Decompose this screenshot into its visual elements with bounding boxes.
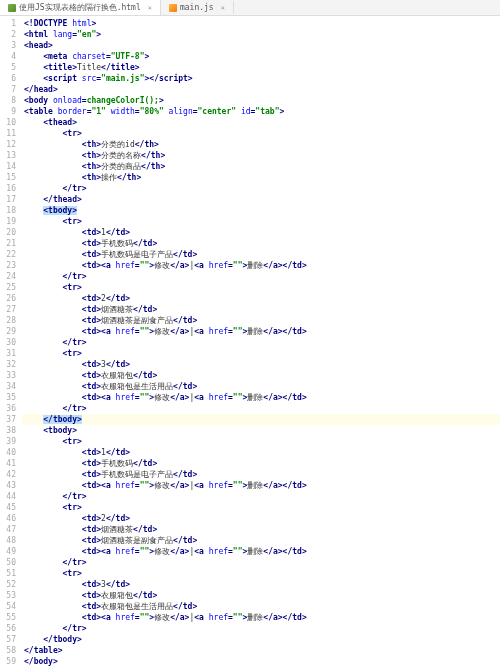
code-line[interactable]: </tr> xyxy=(22,403,500,414)
code-line[interactable]: <td>3</td> xyxy=(22,579,500,590)
line-number: 18 xyxy=(2,205,16,216)
line-number: 58 xyxy=(2,645,16,656)
code-line[interactable]: </table> xyxy=(22,645,500,656)
code-line[interactable]: <title>Title</title> xyxy=(22,62,500,73)
line-number: 3 xyxy=(2,40,16,51)
line-number: 55 xyxy=(2,612,16,623)
code-area[interactable]: <!DOCTYPE html><html lang="en"><head> <m… xyxy=(22,16,500,666)
code-line[interactable]: <!DOCTYPE html> xyxy=(22,18,500,29)
code-line[interactable]: <td>手机数码</td> xyxy=(22,238,500,249)
code-line[interactable]: <tr> xyxy=(22,502,500,513)
code-line[interactable]: </tr> xyxy=(22,337,500,348)
line-number: 13 xyxy=(2,150,16,161)
code-line[interactable]: <tr> xyxy=(22,348,500,359)
code-line[interactable]: <td>衣服箱包是生活用品</td> xyxy=(22,601,500,612)
code-line[interactable]: <head> xyxy=(22,40,500,51)
code-line[interactable]: <table border="1" width="80%" align="cen… xyxy=(22,106,500,117)
tab-label: main.js xyxy=(180,3,214,12)
code-line[interactable]: <td><a href="">修改</a>|<a href="">删除</a><… xyxy=(22,546,500,557)
line-number: 59 xyxy=(2,656,16,666)
code-line[interactable]: <script src="main.js"></script> xyxy=(22,73,500,84)
code-line[interactable]: <td>衣服箱包</td> xyxy=(22,590,500,601)
line-number: 7 xyxy=(2,84,16,95)
line-number: 37 xyxy=(2,414,16,425)
line-number: 36 xyxy=(2,403,16,414)
code-line[interactable]: <td>烟酒糖茶是副食产品</td> xyxy=(22,315,500,326)
line-number: 33 xyxy=(2,370,16,381)
line-number: 51 xyxy=(2,568,16,579)
code-line[interactable]: <td>烟酒糖茶是副食产品</td> xyxy=(22,535,500,546)
code-line[interactable]: <td><a href="">修改</a>|<a href="">删除</a><… xyxy=(22,612,500,623)
code-line[interactable]: <html lang="en"> xyxy=(22,29,500,40)
line-number-gutter: 1234567891011121314151617181920212223242… xyxy=(0,16,22,666)
code-line[interactable]: <tr> xyxy=(22,568,500,579)
code-line[interactable]: <tr> xyxy=(22,128,500,139)
code-line[interactable]: <td><a href="">修改</a>|<a href="">删除</a><… xyxy=(22,260,500,271)
code-line[interactable]: <td>手机数码是电子产品</td> xyxy=(22,249,500,260)
code-line[interactable]: <td>1</td> xyxy=(22,227,500,238)
line-number: 20 xyxy=(2,227,16,238)
line-number: 41 xyxy=(2,458,16,469)
code-line[interactable]: <th>分类的商品</th> xyxy=(22,161,500,172)
code-line[interactable]: <td>衣服箱包</td> xyxy=(22,370,500,381)
code-line[interactable]: </tr> xyxy=(22,557,500,568)
tab-label: 使用JS实现表格的隔行换色.html xyxy=(19,2,141,13)
code-line[interactable]: </body> xyxy=(22,656,500,666)
code-line[interactable]: </tr> xyxy=(22,183,500,194)
code-line[interactable]: <td><a href="">修改</a>|<a href="">删除</a><… xyxy=(22,326,500,337)
line-number: 44 xyxy=(2,491,16,502)
line-number: 57 xyxy=(2,634,16,645)
line-number: 23 xyxy=(2,260,16,271)
line-number: 30 xyxy=(2,337,16,348)
code-line[interactable]: </head> xyxy=(22,84,500,95)
code-line[interactable]: <body onload=changeColorI();> xyxy=(22,95,500,106)
code-line[interactable]: <td>3</td> xyxy=(22,359,500,370)
line-number: 12 xyxy=(2,139,16,150)
code-line[interactable]: <td><a href="">修改</a>|<a href="">删除</a><… xyxy=(22,480,500,491)
code-line[interactable]: <td>烟酒糖茶</td> xyxy=(22,304,500,315)
code-line[interactable]: <td><a href="">修改</a>|<a href="">删除</a><… xyxy=(22,392,500,403)
code-line[interactable]: </tbody> xyxy=(22,414,500,425)
code-line[interactable]: <tr> xyxy=(22,282,500,293)
line-number: 26 xyxy=(2,293,16,304)
code-line[interactable]: <tr> xyxy=(22,436,500,447)
code-line[interactable]: <td>手机数码是电子产品</td> xyxy=(22,469,500,480)
code-line[interactable]: <thead> xyxy=(22,117,500,128)
code-line[interactable]: </tr> xyxy=(22,623,500,634)
code-line[interactable]: <td>2</td> xyxy=(22,513,500,524)
code-line[interactable]: </tr> xyxy=(22,491,500,502)
code-line[interactable]: <meta charset="UTF-8"> xyxy=(22,51,500,62)
close-icon[interactable]: × xyxy=(221,4,225,12)
line-number: 32 xyxy=(2,359,16,370)
code-line[interactable]: <td>手机数码</td> xyxy=(22,458,500,469)
code-line[interactable]: <th>操作</th> xyxy=(22,172,500,183)
close-icon[interactable]: × xyxy=(148,4,152,12)
code-line[interactable]: </tr> xyxy=(22,271,500,282)
code-line[interactable]: <td>衣服箱包是生活用品</td> xyxy=(22,381,500,392)
line-number: 48 xyxy=(2,535,16,546)
code-line[interactable]: <th>分类的id</th> xyxy=(22,139,500,150)
line-number: 6 xyxy=(2,73,16,84)
code-line[interactable]: </tbody> xyxy=(22,634,500,645)
code-editor[interactable]: 1234567891011121314151617181920212223242… xyxy=(0,16,500,666)
code-line[interactable]: <tr> xyxy=(22,216,500,227)
code-line[interactable]: <tbody> xyxy=(22,205,500,216)
code-line[interactable]: <td>2</td> xyxy=(22,293,500,304)
code-line[interactable]: <td>烟酒糖茶</td> xyxy=(22,524,500,535)
code-line[interactable]: <td>1</td> xyxy=(22,447,500,458)
line-number: 50 xyxy=(2,557,16,568)
tab-js-file[interactable]: main.js × xyxy=(161,1,234,14)
line-number: 31 xyxy=(2,348,16,359)
code-line[interactable]: <th>分类的名称</th> xyxy=(22,150,500,161)
code-line[interactable]: <tbody> xyxy=(22,425,500,436)
line-number: 15 xyxy=(2,172,16,183)
tab-html-file[interactable]: 使用JS实现表格的隔行换色.html × xyxy=(0,0,161,15)
line-number: 25 xyxy=(2,282,16,293)
line-number: 14 xyxy=(2,161,16,172)
line-number: 8 xyxy=(2,95,16,106)
line-number: 19 xyxy=(2,216,16,227)
code-line[interactable]: </thead> xyxy=(22,194,500,205)
line-number: 43 xyxy=(2,480,16,491)
line-number: 53 xyxy=(2,590,16,601)
line-number: 2 xyxy=(2,29,16,40)
